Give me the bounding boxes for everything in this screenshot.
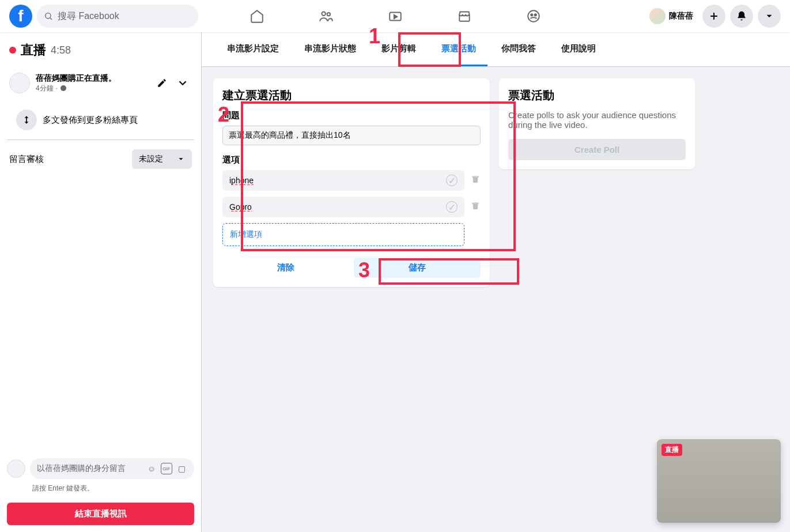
form-actions: 清除 儲存 [222,258,481,278]
trash-icon [470,174,481,184]
create-button[interactable] [702,5,725,28]
poll-side-card: 票選活動 Create polls to ask your audience q… [499,78,695,169]
comment-hint: 請按 Enter 鍵發表。 [7,484,194,493]
groups-icon [526,9,541,24]
marketplace-icon [457,9,472,24]
chevron-down-icon [176,77,189,89]
stream-info: 蓓蓓媽團購正在直播。 4分鐘 · [0,68,201,98]
poll-side-description: Create polls to ask your audience questi… [508,110,686,130]
poll-side-title: 票選活動 [508,88,686,103]
search-placeholder: 搜尋 Facebook [58,10,119,22]
option-row-0: ✓ [222,170,481,191]
tabs: 串流影片設定 串流影片狀態 影片剪輯 票選活動 你問我答 使用說明 [202,32,790,67]
trash-icon [470,201,481,211]
user-name: 陳蓓蓓 [669,11,693,21]
crosspost-row[interactable]: 多文發佈到更多粉絲專頁 [7,103,194,140]
delete-option-1[interactable] [470,201,481,213]
nav-groups[interactable] [501,2,566,30]
create-poll-button[interactable]: Create Poll [508,139,686,160]
clear-button[interactable]: 清除 [222,258,349,278]
add-option-button[interactable]: 新增選項 [222,223,464,246]
comment-icons: ☺ GIF ▢ [146,463,187,474]
sidebar-bottom: 以蓓蓓媽團購的身分留言 ☺ GIF ▢ 請按 Enter 鍵發表。 結束直播視訊 [0,449,201,532]
svg-point-6 [531,14,532,16]
svg-point-2 [322,12,326,16]
sticker-icon[interactable]: ▢ [176,463,187,474]
nav-icons [225,2,566,30]
poll-form-title: 建立票選活動 [222,88,481,103]
gif-icon[interactable]: GIF [161,463,172,474]
crosspost-label: 多文發佈到更多粉絲專頁 [43,115,138,126]
question-input[interactable] [222,126,481,145]
edit-button[interactable] [153,74,171,92]
comment-review-dropdown[interactable]: 未設定 [132,149,192,169]
comment-review-row: 留言審核 未設定 [0,140,201,178]
stream-actions [153,74,192,92]
stream-text: 蓓蓓媽團購正在直播。 4分鐘 · [36,73,147,93]
question-label: 問題 [222,110,481,121]
option-row-1: ✓ [222,197,481,217]
end-stream-button[interactable]: 結束直播視訊 [7,503,194,525]
svg-point-3 [327,13,330,16]
home-icon [250,9,264,24]
watch-icon [388,9,403,24]
tab-polls[interactable]: 票選活動 [430,33,487,66]
chevron-down-icon [764,11,774,21]
nav-friends[interactable] [294,2,358,30]
pencil-icon [157,78,167,88]
nav-watch[interactable] [363,2,428,30]
tab-stream-status[interactable]: 串流影片狀態 [293,33,368,66]
options-label: 選項 [222,154,481,165]
comment-input-row: 以蓓蓓媽團購的身分留言 ☺ GIF ▢ [7,456,194,481]
live-indicator-dot [9,47,16,54]
user-chip[interactable]: 陳蓓蓓 [645,6,698,27]
live-title: 直播 [21,41,46,59]
search-input[interactable]: 搜尋 Facebook [37,5,198,28]
emoji-icon[interactable]: ☺ [146,463,157,474]
delete-option-0[interactable] [470,174,481,187]
svg-line-1 [50,18,52,20]
svg-point-0 [46,13,51,18]
comment-review-label: 留言審核 [9,154,44,165]
svg-point-10 [61,85,66,91]
stream-meta: 4分鐘 · [36,84,147,93]
content: 建立票選活動 問題 選項 ✓ ✓ 新增選項 [202,67,790,299]
globe-icon [60,85,67,92]
option-check-icon[interactable]: ✓ [446,175,458,186]
poll-form-card: 建立票選活動 問題 選項 ✓ ✓ 新增選項 [213,78,490,287]
expand-button[interactable] [173,74,192,92]
avatar [649,8,666,24]
video-preview[interactable]: 直播 [657,439,781,523]
comment-avatar [7,459,25,478]
search-icon [44,12,53,21]
sidebar: 直播 4:58 蓓蓓媽團購正在直播。 4分鐘 · 多文發佈到更多粉絲專頁 留言審… [0,32,202,532]
stream-avatar [9,73,30,93]
plus-icon [708,10,720,22]
sidebar-header: 直播 4:58 [0,32,201,68]
svg-point-5 [528,10,539,22]
friends-icon [319,9,334,24]
nav-marketplace[interactable] [432,2,497,30]
live-time: 4:58 [51,44,71,56]
option-check-icon[interactable]: ✓ [446,201,458,213]
tab-help[interactable]: 使用說明 [550,33,607,66]
crosspost-icon-wrap [16,110,37,130]
account-menu-button[interactable] [758,5,781,28]
tab-stream-settings[interactable]: 串流影片設定 [216,33,290,66]
video-live-badge: 直播 [662,444,682,456]
top-header: f 搜尋 Facebook 陳蓓蓓 [0,0,790,32]
nav-home[interactable] [225,2,289,30]
comment-field[interactable]: 以蓓蓓媽團購的身分留言 ☺ GIF ▢ [30,458,194,479]
crosspost-icon [21,114,32,126]
save-button[interactable]: 儲存 [354,258,481,278]
header-right: 陳蓓蓓 [645,5,781,28]
main-content: 串流影片設定 串流影片狀態 影片剪輯 票選活動 你問我答 使用說明 建立票選活動… [202,32,790,532]
facebook-logo[interactable]: f [9,5,32,28]
option-input-1[interactable] [222,197,464,217]
tab-qa[interactable]: 你問我答 [490,33,547,66]
stream-title: 蓓蓓媽團購正在直播。 [36,73,147,84]
tab-video-clip[interactable]: 影片剪輯 [370,33,428,66]
option-input-0[interactable] [222,170,464,191]
chevron-down-icon [177,155,185,163]
notifications-button[interactable] [730,5,753,28]
